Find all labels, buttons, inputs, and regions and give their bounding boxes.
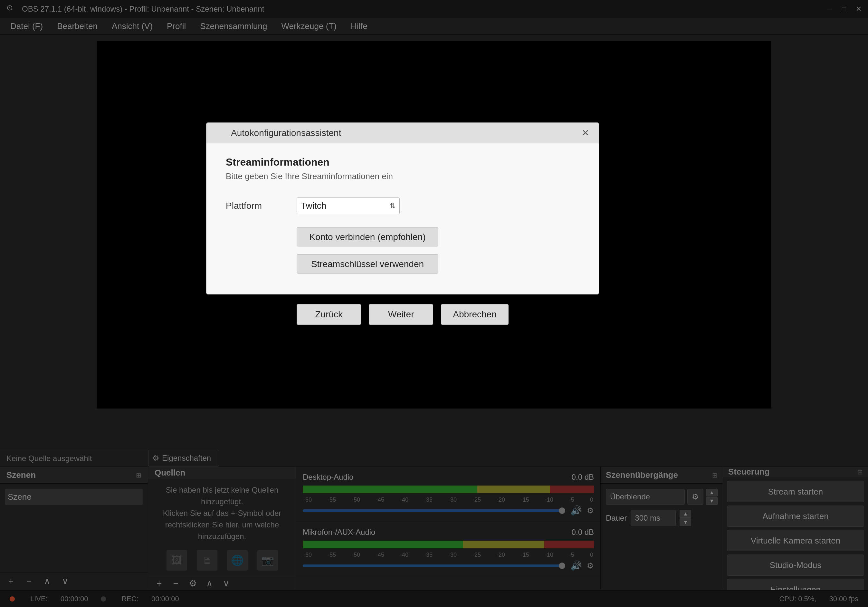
- dialog-footer: Zurück Weiter Abbrechen: [206, 304, 599, 595]
- connect-account-button[interactable]: Konto verbinden (empfohlen): [297, 227, 439, 247]
- use-streamkey-button[interactable]: Streamschlüssel verwenden: [297, 254, 439, 273]
- back-button[interactable]: Zurück: [297, 304, 361, 325]
- cancel-button[interactable]: Abbrechen: [441, 304, 508, 325]
- section-subtitle: Bitte geben Sie Ihre Streaminformationen…: [226, 171, 580, 182]
- platform-select[interactable]: Twitch ⇅: [297, 197, 400, 214]
- chevron-updown-icon: ⇅: [390, 202, 395, 210]
- dialog-close-button[interactable]: ✕: [580, 127, 591, 139]
- dialog-titlebar: ⊙ Autokonfigurationsassistent ✕: [206, 123, 599, 143]
- platform-label: Plattform: [226, 201, 297, 211]
- next-button[interactable]: Weiter: [369, 304, 433, 325]
- dialog-icon: ⊙: [214, 127, 226, 139]
- section-title: Streaminformationen: [226, 156, 580, 168]
- dialog-title: Autokonfigurationsassistent: [231, 128, 580, 138]
- autoconfiguration-dialog: ⊙ Autokonfigurationsassistent ✕ Streamin…: [206, 123, 599, 295]
- platform-value: Twitch: [301, 201, 390, 211]
- dialog-body: Streaminformationen Bitte geben Sie Ihre…: [206, 143, 599, 294]
- platform-row: Plattform Twitch ⇅: [226, 197, 580, 214]
